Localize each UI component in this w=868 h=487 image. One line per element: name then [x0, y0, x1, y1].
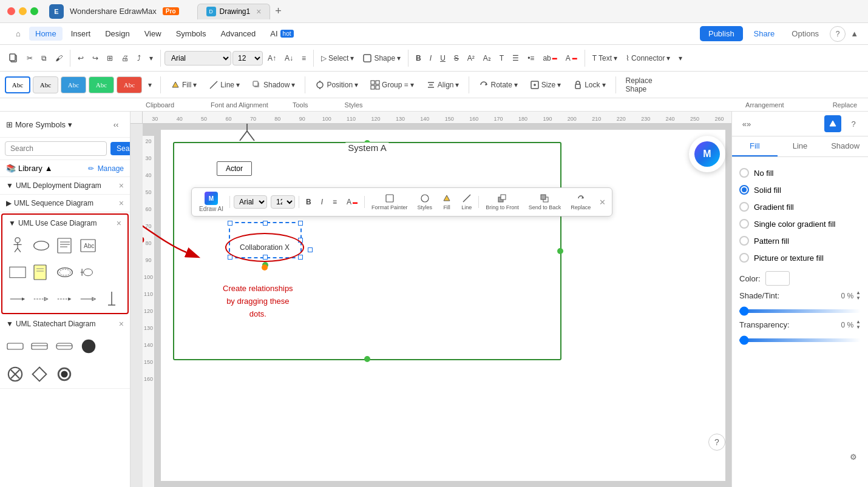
- panel-settings-icon[interactable]: ⚙: [845, 448, 862, 465]
- close-icon[interactable]: ×: [119, 198, 124, 208]
- italic-button[interactable]: I: [426, 52, 435, 65]
- ft-replace-button[interactable]: Replace: [568, 192, 594, 212]
- font-color[interactable]: A▬: [562, 52, 581, 65]
- actor-shape-item[interactable]: [7, 235, 28, 256]
- tab-fill[interactable]: Fill: [732, 136, 778, 156]
- manage-button[interactable]: Manage: [98, 164, 124, 173]
- fill-option-solid[interactable]: Solid fill: [739, 181, 861, 198]
- actor-label-box[interactable]: Actor: [217, 161, 252, 176]
- sidebar-collapse-button[interactable]: ‹‹: [108, 116, 124, 132]
- ft-size-select[interactable]: 12: [271, 195, 295, 209]
- close-icon[interactable]: ×: [119, 319, 124, 329]
- minimize-button[interactable]: [19, 7, 27, 15]
- edit-icon[interactable]: ✏: [88, 164, 94, 173]
- style-box-2[interactable]: Abc: [33, 76, 58, 93]
- more-symbols-button[interactable]: ⊞ More Symbols ▾: [6, 120, 72, 129]
- state-filled-circle[interactable]: [78, 336, 99, 357]
- system-right-handle[interactable]: [557, 248, 563, 254]
- close-icon[interactable]: ×: [117, 218, 121, 228]
- menu-home[interactable]: Home: [29, 27, 63, 41]
- text-color[interactable]: ab▬: [539, 52, 560, 65]
- toolbar-more[interactable]: ▾: [675, 52, 686, 65]
- line-button[interactable]: Line ▾: [204, 78, 245, 92]
- share-button[interactable]: Share: [748, 26, 781, 41]
- canvas-area[interactable]: 30 40 50 60 70 80 90 100 110 120 130 140…: [131, 112, 731, 487]
- handle-tr[interactable]: [298, 221, 303, 226]
- options-button[interactable]: Options: [785, 26, 825, 41]
- uml-use-case-header[interactable]: ▼ UML Use Case Diagram ×: [2, 215, 127, 232]
- extend-arrow-item[interactable]: [55, 289, 75, 309]
- close-button[interactable]: [7, 7, 15, 15]
- tab-drawing1[interactable]: D Drawing1 ×: [197, 4, 271, 19]
- export-button[interactable]: ⤴: [134, 52, 144, 65]
- uml-sequence-header[interactable]: ▶ UML Sequence Diagram ×: [0, 195, 130, 212]
- right-question-icon[interactable]: ?: [845, 115, 862, 132]
- note-box-item[interactable]: [55, 235, 75, 256]
- position-button[interactable]: Position ▾: [310, 78, 363, 92]
- shape-button[interactable]: Shape ▾: [359, 51, 404, 65]
- menu-ai[interactable]: AI hot: [264, 27, 299, 41]
- shadow-button[interactable]: Shadow ▾: [247, 78, 300, 92]
- system-bottom-handle[interactable]: [364, 356, 370, 362]
- transparency-slider[interactable]: [739, 338, 861, 342]
- menu-design[interactable]: Design: [99, 27, 135, 41]
- more-btn[interactable]: ▾: [146, 52, 157, 65]
- print-button[interactable]: 🖨: [118, 52, 132, 65]
- connector-tool[interactable]: ⌇ Connector ▾: [622, 52, 674, 65]
- shade-slider[interactable]: [739, 309, 861, 313]
- system-box[interactable]: System A: [173, 142, 561, 360]
- search-button[interactable]: Search: [110, 142, 131, 155]
- canvas[interactable]: 2030405060708090100110120130140150160 Sy…: [143, 124, 731, 487]
- publish-button[interactable]: Publish: [700, 26, 743, 41]
- handle-tl[interactable]: [228, 221, 232, 226]
- transparency-spinner[interactable]: ▲ ▼: [856, 320, 861, 330]
- redo-button[interactable]: ↪: [89, 52, 102, 65]
- canvas-white[interactable]: System A: [161, 130, 725, 481]
- fill-option-gradient[interactable]: Gradient fill: [739, 198, 861, 215]
- ft-bold-button[interactable]: B: [303, 196, 314, 208]
- uml-deployment-header[interactable]: ▼ UML Deployment Diagram ×: [0, 177, 130, 194]
- ft-format-painter[interactable]: Format Painter: [368, 192, 411, 212]
- group-button[interactable]: Group = ▾: [365, 78, 419, 92]
- bold-button[interactable]: B: [412, 52, 425, 65]
- state-rect[interactable]: [54, 336, 75, 357]
- home-icon[interactable]: ⌂: [10, 25, 27, 42]
- underline-button[interactable]: U: [436, 52, 449, 65]
- right-fill-icon[interactable]: [824, 115, 841, 132]
- state-diamond[interactable]: [29, 364, 50, 385]
- subscript-button[interactable]: A₂: [480, 52, 495, 65]
- shade-spinner[interactable]: ▲ ▼: [856, 291, 861, 301]
- help-float-button[interactable]: ?: [708, 434, 725, 451]
- new-tab-button[interactable]: +: [270, 4, 286, 19]
- maximize-button[interactable]: [30, 7, 38, 15]
- tab-line[interactable]: Line: [778, 136, 823, 156]
- ft-bring-to-front[interactable]: Bring to Front: [483, 192, 522, 212]
- font-size-select[interactable]: 12: [232, 51, 263, 65]
- ft-close-icon[interactable]: ✕: [597, 197, 607, 207]
- close-icon[interactable]: ×: [119, 181, 124, 190]
- style-box-1[interactable]: Abc: [5, 76, 30, 93]
- styles-more[interactable]: ▾: [144, 78, 155, 92]
- pages-button[interactable]: ⊞: [103, 52, 117, 65]
- boundary-item[interactable]: [78, 262, 98, 283]
- state-circle-border[interactable]: [54, 364, 75, 385]
- collaboration-item[interactable]: [55, 262, 75, 283]
- replace-shape-button[interactable]: ReplaceShape: [621, 74, 657, 96]
- dashed-arrow-item[interactable]: [31, 289, 52, 309]
- ft-font-select[interactable]: Arial: [234, 195, 267, 209]
- font-select[interactable]: Arial: [164, 51, 231, 65]
- superscript-button[interactable]: A²: [464, 52, 478, 65]
- ft-align-button[interactable]: ≡: [330, 196, 340, 208]
- style-box-4[interactable]: Abc: [89, 76, 114, 93]
- align-left[interactable]: ≡: [298, 52, 310, 65]
- paste-button[interactable]: [5, 51, 22, 65]
- include-arrow-item[interactable]: [78, 289, 98, 309]
- text-box-item[interactable]: Abc: [78, 235, 98, 256]
- search-input[interactable]: [5, 141, 107, 156]
- lock-button[interactable]: Lock ▾: [568, 78, 610, 92]
- text-tool[interactable]: T Text ▾: [589, 52, 621, 65]
- arrow-line-item[interactable]: [7, 289, 28, 309]
- copy-button[interactable]: ⧉: [38, 52, 50, 65]
- cut-button[interactable]: ✂: [23, 52, 36, 65]
- align-button[interactable]: Align ▾: [421, 78, 464, 92]
